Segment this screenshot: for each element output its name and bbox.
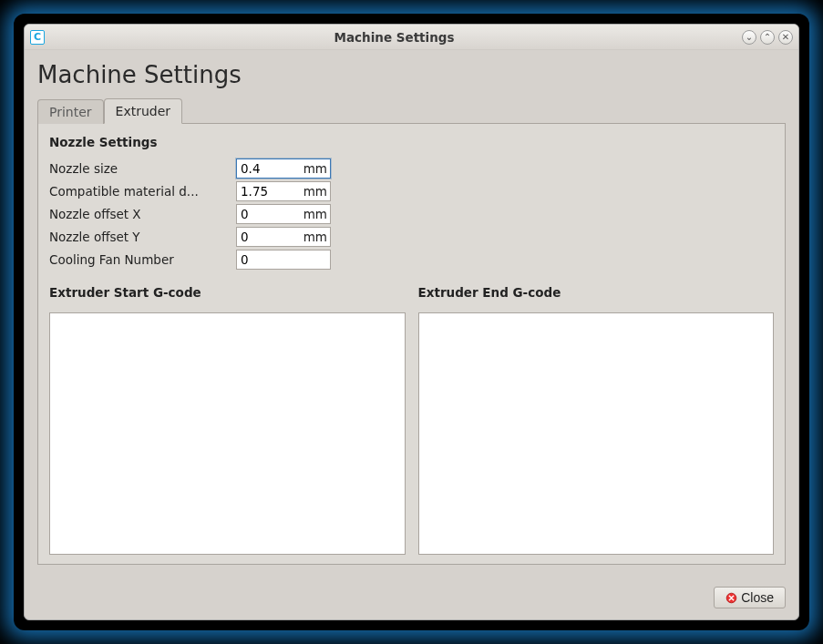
row-cooling-fan-number: Cooling Fan Number	[49, 248, 774, 271]
machine-settings-window: C Machine Settings ⌄ ⌃ ✕ Machine Setting…	[24, 24, 799, 620]
extruder-end-gcode-panel: Extruder End G-code	[418, 283, 775, 555]
textarea-extruder-end-gcode[interactable]	[418, 312, 775, 555]
label-extruder-end-gcode: Extruder End G-code	[418, 285, 775, 300]
row-nozzle-offset-x: Nozzle offset X mm	[49, 202, 774, 225]
input-nozzle-offset-x[interactable]	[236, 204, 331, 224]
label-extruder-start-gcode: Extruder Start G-code	[49, 285, 406, 300]
titlebar: C Machine Settings ⌄ ⌃ ✕	[25, 25, 798, 50]
close-button[interactable]: Close	[714, 587, 786, 608]
page-title: Machine Settings	[37, 61, 786, 88]
tab-extruder[interactable]: Extruder	[104, 98, 183, 124]
tab-body-extruder: Nozzle Settings Nozzle size mm Compatibl…	[37, 123, 786, 565]
tabbar: Printer Extruder	[37, 97, 786, 123]
close-window-button[interactable]: ✕	[778, 30, 793, 45]
minimize-button[interactable]: ⌄	[742, 30, 756, 45]
textarea-extruder-start-gcode[interactable]	[49, 312, 406, 555]
app-icon: C	[30, 30, 45, 45]
row-nozzle-size: Nozzle size mm	[49, 157, 774, 179]
row-material-diameter: Compatible material d... mm	[49, 179, 774, 202]
section-title-nozzle: Nozzle Settings	[49, 135, 774, 149]
close-button-label: Close	[741, 590, 774, 605]
dialog-footer: Close	[25, 578, 798, 619]
input-material-diameter[interactable]	[236, 181, 331, 201]
label-nozzle-size: Nozzle size	[49, 161, 236, 176]
label-cooling-fan-number: Cooling Fan Number	[49, 252, 236, 267]
tab-printer[interactable]: Printer	[37, 99, 104, 124]
row-nozzle-offset-y: Nozzle offset Y mm	[49, 225, 774, 248]
label-nozzle-offset-y: Nozzle offset Y	[49, 230, 236, 244]
input-cooling-fan-number[interactable]	[236, 250, 331, 270]
window-title: Machine Settings	[50, 30, 738, 45]
maximize-button[interactable]: ⌃	[760, 30, 775, 45]
extruder-start-gcode-panel: Extruder Start G-code	[49, 283, 406, 555]
label-material-diameter: Compatible material d...	[49, 184, 236, 199]
input-nozzle-offset-y[interactable]	[236, 227, 331, 247]
input-nozzle-size[interactable]	[236, 158, 331, 179]
label-nozzle-offset-x: Nozzle offset X	[49, 207, 236, 221]
close-icon	[725, 592, 737, 604]
